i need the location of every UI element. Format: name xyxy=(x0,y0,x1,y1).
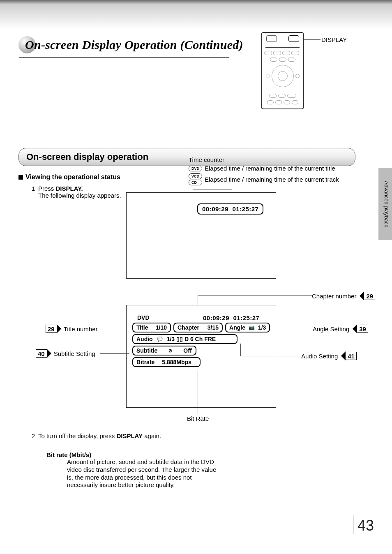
osd2-angle-pill: Angle 📷 1/3 xyxy=(225,323,270,332)
time-counter-dvd-line: Elapsed time / remaining time of the cur… xyxy=(205,165,335,172)
callout-label: Chapter number xyxy=(312,293,356,300)
leader-line xyxy=(240,344,241,356)
remote-button-icon xyxy=(269,94,277,98)
leader-line xyxy=(304,39,320,40)
osd2-time: 00:09:29 01:25:27 xyxy=(203,314,259,321)
remote-button-icon xyxy=(275,100,282,104)
remote-diagram xyxy=(261,32,304,109)
callout-audio-setting: Audio Setting 41 xyxy=(301,352,357,360)
page-ref: 40 xyxy=(36,349,47,358)
remote-button-icon xyxy=(279,58,286,62)
osd2-title-pill: Title 1/10 xyxy=(132,323,171,332)
bitrate-note-body: Amount of picture, sound and subtitle da… xyxy=(67,458,223,489)
remote-dpad-icon xyxy=(266,63,300,91)
callout-label: Angle Setting xyxy=(313,325,349,332)
callout-label: Subtitle Setting xyxy=(54,350,95,357)
remote-button-icon xyxy=(266,35,277,42)
osd2-audio-value: 1/3 ▯▯ D 6 Ch FRE xyxy=(167,336,216,342)
camera-angle-icon: 📷 xyxy=(249,325,255,330)
step1-line2: The following display appears. xyxy=(38,192,121,199)
dvd-disc-icon: DVD xyxy=(189,166,202,171)
remote-button-icon xyxy=(270,58,277,62)
osd2-bitrate-pill: Bitrate 5.888Mbps xyxy=(132,357,201,367)
remote-label: DISPLAY xyxy=(321,36,347,43)
callout-label: Title number xyxy=(64,325,98,332)
bitrate-note-heading: Bit rate (Mbit/s) xyxy=(46,451,223,458)
leader-line xyxy=(272,329,312,329)
page-ref: 41 xyxy=(345,352,357,360)
remote-button-icon xyxy=(282,51,290,55)
remote-button-icon xyxy=(278,94,286,98)
osd2-bitrate-value: 5.888Mbps xyxy=(162,359,191,365)
osd2-angle-value: 1/3 xyxy=(258,324,266,331)
osd2-audio-label: Audio xyxy=(136,336,153,342)
step1-button: DISPLAY. xyxy=(56,185,83,192)
osd2-bitrate-label: Bitrate xyxy=(136,359,154,365)
callout-subtitle-setting: 40 Subtitle Setting xyxy=(36,349,95,358)
page-ref: 29 xyxy=(46,325,57,333)
speech-icon: 💬 xyxy=(157,337,163,342)
leader-line xyxy=(100,329,129,329)
callout-angle-setting: Angle Setting 39 xyxy=(313,325,368,333)
osd2-total: 01:25:27 xyxy=(233,314,259,321)
page-title: On-screen Display Operation (Continued) xyxy=(25,38,243,52)
remote-button-icon xyxy=(291,51,299,55)
remote-button-icon xyxy=(264,51,272,55)
osd2-subtitle-pill: Subtitle ⎚ Off xyxy=(132,346,196,355)
page-number: 43 xyxy=(353,515,374,534)
remote-button-icon xyxy=(287,94,296,98)
osd1-total: 01:25:27 xyxy=(232,205,258,212)
osd2-chapter-pill: Chapter 3/15 xyxy=(173,323,223,332)
osd2-title-label: Title xyxy=(136,324,148,331)
subtitle-icon: ⎚ xyxy=(169,348,172,353)
step1-prefix: Press xyxy=(38,185,56,192)
osd1-elapsed: 00:09:29 xyxy=(202,205,228,212)
subheading-text: Viewing the operational status xyxy=(25,173,120,180)
osd2-angle-label: Angle xyxy=(229,324,245,331)
page-ref: 29 xyxy=(364,292,375,300)
square-bullet-icon xyxy=(18,175,23,180)
callout-bit-rate: Bit Rate xyxy=(187,415,209,422)
leader-line xyxy=(193,189,232,189)
osd2-subtitle-label: Subtitle xyxy=(136,347,157,354)
leader-line xyxy=(100,353,129,354)
callout-chapter-number: Chapter number 29 xyxy=(312,292,375,300)
remote-button-icon xyxy=(284,100,290,104)
osd-time-pill: 00:09:29 01:25:27 xyxy=(197,203,263,215)
callout-title-number: 29 Title number xyxy=(46,325,98,333)
callout-label: Audio Setting xyxy=(301,353,338,360)
remote-button-icon xyxy=(273,51,281,55)
leader-line xyxy=(198,371,198,413)
osd-screen-2: DVD 00:09:29 01:25:27 Title 1/10 Chapter… xyxy=(126,305,276,408)
step2-suffix: again. xyxy=(143,432,161,439)
step2-prefix: To turn off the display, press xyxy=(38,432,116,439)
remote-display-button-icon xyxy=(288,35,299,42)
time-counter-title: Time counter xyxy=(189,156,339,163)
step2-button: DISPLAY xyxy=(116,432,143,439)
leader-line xyxy=(198,295,312,295)
remote-button-icon xyxy=(288,58,295,62)
remote-button-icon xyxy=(292,100,298,104)
step-number: 2 xyxy=(27,432,35,439)
osd-screen-1: 00:09:29 01:25:27 xyxy=(126,192,276,279)
remote-button-icon xyxy=(267,100,274,104)
side-tab-label: Advanced playback xyxy=(383,181,390,227)
cd-disc-icon: CD xyxy=(189,180,202,185)
leader-line xyxy=(240,356,300,356)
osd2-subtitle-value: Off xyxy=(183,347,191,354)
title-underline xyxy=(19,57,229,58)
page-ref: 39 xyxy=(357,325,368,333)
osd2-elapsed: 00:09:29 xyxy=(203,314,229,321)
time-counter-vcd-line: Elapsed time / remaining time of the cur… xyxy=(205,176,339,183)
step-number: 1 xyxy=(27,185,35,199)
vcd-disc-icon: VCD xyxy=(189,173,202,179)
osd2-chapter-value: 3/15 xyxy=(208,324,219,331)
osd2-audio-pill: Audio 💬 1/3 ▯▯ D 6 Ch FRE xyxy=(132,334,238,344)
osd2-chapter-label: Chapter xyxy=(178,324,199,331)
osd2-title-value: 1/10 xyxy=(156,324,167,331)
